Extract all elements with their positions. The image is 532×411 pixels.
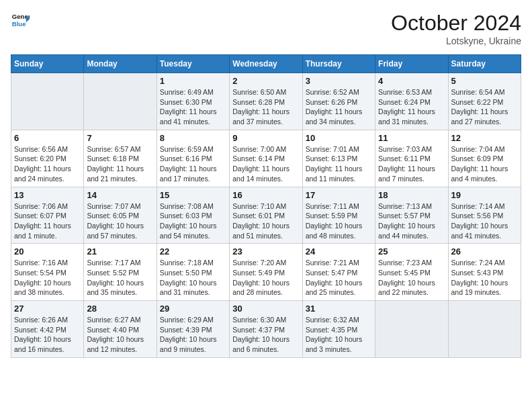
day-info: Sunrise: 6:30 AMSunset: 4:37 PMDaylight:… (232, 315, 299, 355)
calendar-cell: 29Sunrise: 6:29 AMSunset: 4:39 PMDayligh… (157, 301, 229, 358)
day-number: 28 (87, 304, 153, 314)
day-number: 23 (232, 246, 299, 257)
calendar-cell: 24Sunrise: 7:21 AMSunset: 5:47 PMDayligh… (302, 244, 375, 301)
day-info: Sunrise: 7:04 AMSunset: 6:09 PMDaylight:… (451, 144, 518, 184)
day-number: 5 (451, 76, 518, 86)
day-info: Sunrise: 6:56 AMSunset: 6:20 PMDaylight:… (14, 144, 81, 184)
day-info: Sunrise: 6:27 AMSunset: 4:40 PMDaylight:… (87, 315, 153, 355)
calendar-cell: 10Sunrise: 7:01 AMSunset: 6:13 PMDayligh… (302, 130, 375, 187)
calendar-cell: 12Sunrise: 7:04 AMSunset: 6:09 PMDayligh… (448, 130, 521, 187)
day-info: Sunrise: 6:50 AMSunset: 6:28 PMDaylight:… (232, 87, 299, 127)
calendar-cell: 28Sunrise: 6:27 AMSunset: 4:40 PMDayligh… (84, 301, 157, 358)
day-number: 15 (160, 190, 226, 200)
day-info: Sunrise: 7:24 AMSunset: 5:43 PMDaylight:… (451, 258, 518, 298)
calendar-cell: 19Sunrise: 7:14 AMSunset: 5:56 PMDayligh… (448, 187, 521, 244)
day-number: 31 (306, 304, 372, 314)
day-info: Sunrise: 7:21 AMSunset: 5:47 PMDaylight:… (306, 258, 372, 298)
calendar-cell: 21Sunrise: 7:17 AMSunset: 5:52 PMDayligh… (84, 244, 157, 301)
calendar-table: SundayMondayTuesdayWednesdayThursdayFrid… (11, 54, 521, 358)
day-number: 10 (306, 133, 372, 143)
day-info: Sunrise: 7:01 AMSunset: 6:13 PMDaylight:… (306, 144, 372, 184)
calendar-cell: 8Sunrise: 6:59 AMSunset: 6:16 PMDaylight… (157, 130, 229, 187)
day-info: Sunrise: 7:17 AMSunset: 5:52 PMDaylight:… (87, 258, 153, 298)
day-info: Sunrise: 6:57 AMSunset: 6:18 PMDaylight:… (87, 144, 153, 184)
day-info: Sunrise: 7:03 AMSunset: 6:11 PMDaylight:… (378, 144, 445, 184)
calendar-cell: 3Sunrise: 6:52 AMSunset: 6:26 PMDaylight… (302, 73, 375, 130)
day-info: Sunrise: 6:32 AMSunset: 4:35 PMDaylight:… (306, 315, 372, 355)
calendar-cell: 26Sunrise: 7:24 AMSunset: 5:43 PMDayligh… (448, 244, 521, 301)
page-header: General Blue October 2024 Lotskyne, Ukra… (11, 11, 521, 46)
calendar-cell: 25Sunrise: 7:23 AMSunset: 5:45 PMDayligh… (375, 244, 448, 301)
day-info: Sunrise: 7:14 AMSunset: 5:56 PMDaylight:… (451, 201, 518, 241)
calendar-cell (448, 301, 521, 358)
calendar-cell: 22Sunrise: 7:18 AMSunset: 5:50 PMDayligh… (157, 244, 229, 301)
calendar-week-row: 6Sunrise: 6:56 AMSunset: 6:20 PMDaylight… (11, 130, 521, 187)
title-block: October 2024 Lotskyne, Ukraine (391, 11, 521, 46)
day-info: Sunrise: 6:53 AMSunset: 6:24 PMDaylight:… (378, 87, 445, 127)
day-number: 8 (160, 133, 226, 143)
calendar-cell: 31Sunrise: 6:32 AMSunset: 4:35 PMDayligh… (302, 301, 375, 358)
day-info: Sunrise: 6:52 AMSunset: 6:26 PMDaylight:… (306, 87, 372, 127)
calendar-cell (84, 73, 157, 130)
day-number: 25 (378, 246, 445, 257)
day-number: 6 (14, 133, 81, 143)
svg-text:Blue: Blue (12, 20, 26, 28)
month-title: October 2024 (391, 11, 521, 36)
calendar-cell: 14Sunrise: 7:07 AMSunset: 6:05 PMDayligh… (84, 187, 157, 244)
day-number: 20 (14, 246, 81, 257)
calendar-cell: 27Sunrise: 6:26 AMSunset: 4:42 PMDayligh… (11, 301, 84, 358)
day-number: 13 (14, 190, 81, 200)
weekday-header-row: SundayMondayTuesdayWednesdayThursdayFrid… (11, 55, 521, 73)
day-number: 7 (87, 133, 153, 143)
day-info: Sunrise: 6:54 AMSunset: 6:22 PMDaylight:… (451, 87, 518, 127)
day-info: Sunrise: 7:11 AMSunset: 5:59 PMDaylight:… (306, 201, 372, 241)
weekday-header: Monday (84, 55, 157, 73)
weekday-header: Tuesday (157, 55, 229, 73)
calendar-cell: 9Sunrise: 7:00 AMSunset: 6:14 PMDaylight… (230, 130, 302, 187)
calendar-cell: 15Sunrise: 7:08 AMSunset: 6:03 PMDayligh… (157, 187, 229, 244)
day-info: Sunrise: 7:00 AMSunset: 6:14 PMDaylight:… (232, 144, 299, 184)
calendar-week-row: 20Sunrise: 7:16 AMSunset: 5:54 PMDayligh… (11, 244, 521, 301)
day-number: 21 (87, 246, 153, 257)
logo-icon: General Blue (11, 11, 30, 30)
day-number: 1 (160, 76, 226, 86)
day-number: 24 (306, 246, 372, 257)
day-number: 26 (451, 246, 518, 257)
day-info: Sunrise: 7:20 AMSunset: 5:49 PMDaylight:… (232, 258, 299, 298)
calendar-week-row: 27Sunrise: 6:26 AMSunset: 4:42 PMDayligh… (11, 301, 521, 358)
calendar-cell: 4Sunrise: 6:53 AMSunset: 6:24 PMDaylight… (375, 73, 448, 130)
day-number: 18 (378, 190, 445, 200)
calendar-cell: 7Sunrise: 6:57 AMSunset: 6:18 PMDaylight… (84, 130, 157, 187)
day-info: Sunrise: 7:07 AMSunset: 6:05 PMDaylight:… (87, 201, 153, 241)
day-info: Sunrise: 6:59 AMSunset: 6:16 PMDaylight:… (160, 144, 226, 184)
location-subtitle: Lotskyne, Ukraine (391, 36, 521, 46)
calendar-cell: 6Sunrise: 6:56 AMSunset: 6:20 PMDaylight… (11, 130, 84, 187)
weekday-header: Friday (375, 55, 448, 73)
calendar-cell: 23Sunrise: 7:20 AMSunset: 5:49 PMDayligh… (230, 244, 302, 301)
logo: General Blue (11, 11, 30, 30)
day-number: 2 (232, 76, 299, 86)
calendar-cell: 11Sunrise: 7:03 AMSunset: 6:11 PMDayligh… (375, 130, 448, 187)
calendar-week-row: 1Sunrise: 6:49 AMSunset: 6:30 PMDaylight… (11, 73, 521, 130)
day-info: Sunrise: 7:23 AMSunset: 5:45 PMDaylight:… (378, 258, 445, 298)
day-info: Sunrise: 6:29 AMSunset: 4:39 PMDaylight:… (160, 315, 226, 355)
day-info: Sunrise: 7:08 AMSunset: 6:03 PMDaylight:… (160, 201, 226, 241)
day-info: Sunrise: 6:26 AMSunset: 4:42 PMDaylight:… (14, 315, 81, 355)
day-number: 9 (232, 133, 299, 143)
day-number: 14 (87, 190, 153, 200)
calendar-cell: 17Sunrise: 7:11 AMSunset: 5:59 PMDayligh… (302, 187, 375, 244)
calendar-cell: 30Sunrise: 6:30 AMSunset: 4:37 PMDayligh… (230, 301, 302, 358)
day-number: 3 (306, 76, 372, 86)
day-info: Sunrise: 7:16 AMSunset: 5:54 PMDaylight:… (14, 258, 81, 298)
day-number: 30 (232, 304, 299, 314)
weekday-header: Thursday (302, 55, 375, 73)
day-number: 27 (14, 304, 81, 314)
day-number: 11 (378, 133, 445, 143)
calendar-cell: 13Sunrise: 7:06 AMSunset: 6:07 PMDayligh… (11, 187, 84, 244)
day-info: Sunrise: 7:06 AMSunset: 6:07 PMDaylight:… (14, 201, 81, 241)
weekday-header: Saturday (448, 55, 521, 73)
day-number: 29 (160, 304, 226, 314)
calendar-cell: 16Sunrise: 7:10 AMSunset: 6:01 PMDayligh… (230, 187, 302, 244)
day-info: Sunrise: 7:18 AMSunset: 5:50 PMDaylight:… (160, 258, 226, 298)
day-info: Sunrise: 7:13 AMSunset: 5:57 PMDaylight:… (378, 201, 445, 241)
